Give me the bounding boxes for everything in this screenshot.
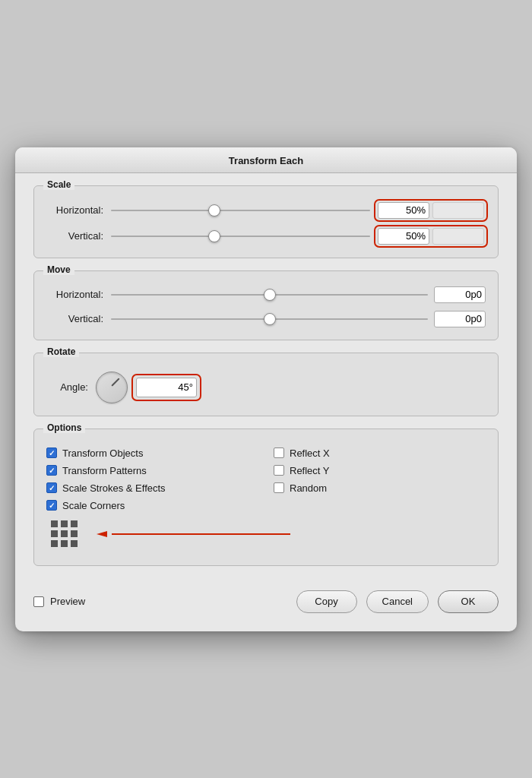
scale-horizontal-track-bar bbox=[111, 210, 370, 211]
scale-strokes-label: Scale Strokes & Effects bbox=[62, 482, 166, 494]
move-content: Horizontal: Vertical: bbox=[46, 282, 486, 327]
scale-horizontal-input[interactable] bbox=[378, 202, 429, 219]
transform-patterns-label: Transform Patterns bbox=[62, 465, 147, 476]
transform-objects-row: Transform Objects bbox=[46, 448, 258, 459]
scale-vertical-highlight bbox=[376, 227, 486, 245]
options-left-col: Transform Objects Transform Patterns Sca… bbox=[46, 448, 258, 511]
reflect-y-label: Reflect Y bbox=[290, 465, 330, 476]
transform-objects-label: Transform Objects bbox=[62, 448, 143, 459]
rotate-row: Angle: bbox=[46, 368, 486, 403]
svg-rect-1 bbox=[61, 520, 68, 527]
rotate-legend: Rotate bbox=[43, 346, 79, 357]
transform-origin-row bbox=[46, 511, 486, 553]
move-horizontal-thumb[interactable] bbox=[264, 289, 276, 301]
preview-row: Preview bbox=[33, 596, 287, 607]
cancel-button[interactable]: Cancel bbox=[366, 590, 429, 613]
bottom-bar: Preview Copy Cancel OK bbox=[15, 578, 517, 616]
scale-strokes-checkbox[interactable] bbox=[46, 482, 57, 493]
svg-rect-0 bbox=[51, 520, 58, 527]
dialog-body: Scale Horizontal: bbox=[15, 173, 517, 566]
move-section: Move Horizontal: Vertical: bbox=[33, 270, 499, 340]
scale-section: Scale Horizontal: bbox=[33, 185, 499, 258]
move-horizontal-label: Horizontal: bbox=[46, 289, 111, 300]
rotate-content: Angle: bbox=[46, 364, 486, 403]
random-checkbox[interactable] bbox=[274, 482, 284, 493]
scale-horizontal-highlight bbox=[376, 201, 486, 220]
move-horizontal-track[interactable] bbox=[111, 287, 428, 302]
svg-marker-10 bbox=[97, 531, 107, 537]
reflect-y-checkbox[interactable] bbox=[274, 465, 284, 476]
scale-horizontal-label: Horizontal: bbox=[46, 204, 111, 216]
transform-patterns-checkbox[interactable] bbox=[46, 465, 57, 476]
transform-arrow bbox=[97, 530, 483, 539]
reflect-x-label: Reflect X bbox=[290, 448, 330, 459]
scale-horizontal-thumb[interactable] bbox=[208, 204, 220, 217]
transform-origin-grid-wrap bbox=[49, 519, 78, 550]
angle-highlight bbox=[134, 376, 199, 399]
svg-rect-7 bbox=[61, 540, 68, 547]
scale-content: Horizontal: Vertical: bbox=[46, 197, 486, 245]
scale-corners-row: Scale Corners bbox=[46, 500, 258, 511]
move-vertical-row: Vertical: bbox=[46, 311, 486, 327]
transform-origin-grid[interactable] bbox=[49, 519, 78, 548]
options-grid: Transform Objects Transform Patterns Sca… bbox=[46, 444, 486, 511]
options-content: Transform Objects Transform Patterns Sca… bbox=[46, 440, 486, 553]
scale-vertical-label: Vertical: bbox=[46, 230, 111, 242]
scale-vertical-extra bbox=[432, 228, 484, 245]
scale-vertical-track[interactable] bbox=[111, 229, 370, 244]
scale-legend: Scale bbox=[43, 179, 74, 190]
options-right-col: Reflect X Reflect Y Random bbox=[274, 448, 486, 511]
reflect-y-row: Reflect Y bbox=[274, 465, 486, 476]
dialog-title: Transform Each bbox=[229, 155, 303, 166]
move-horizontal-track-bar bbox=[111, 294, 428, 296]
rotate-section: Rotate Angle: bbox=[33, 353, 499, 416]
ok-button[interactable]: OK bbox=[438, 590, 499, 613]
angle-input[interactable] bbox=[136, 378, 197, 397]
scale-horizontal-track[interactable] bbox=[111, 203, 370, 218]
move-vertical-track[interactable] bbox=[111, 312, 428, 327]
transform-arrow-svg bbox=[97, 530, 294, 539]
scale-vertical-thumb[interactable] bbox=[208, 230, 220, 242]
svg-rect-3 bbox=[51, 530, 58, 537]
transform-each-dialog: Transform Each Scale Horizontal: bbox=[15, 147, 517, 631]
move-vertical-input[interactable] bbox=[434, 311, 486, 327]
move-vertical-thumb[interactable] bbox=[264, 313, 276, 325]
title-bar: Transform Each bbox=[15, 147, 517, 173]
scale-vertical-input[interactable] bbox=[378, 228, 429, 245]
svg-rect-2 bbox=[71, 520, 78, 527]
move-horizontal-input[interactable] bbox=[434, 286, 486, 303]
move-legend: Move bbox=[43, 264, 74, 275]
scale-vertical-row: Vertical: bbox=[46, 227, 486, 245]
scale-corners-checkbox[interactable] bbox=[46, 500, 57, 511]
angle-dial[interactable] bbox=[96, 372, 128, 403]
options-section: Options Transform Objects Transform Patt… bbox=[33, 429, 499, 566]
preview-label: Preview bbox=[50, 596, 85, 607]
move-horizontal-row: Horizontal: bbox=[46, 286, 486, 303]
reflect-x-checkbox[interactable] bbox=[274, 448, 284, 458]
random-row: Random bbox=[274, 482, 486, 494]
svg-rect-4 bbox=[61, 530, 68, 537]
scale-horizontal-row: Horizontal: bbox=[46, 201, 486, 220]
options-legend: Options bbox=[43, 422, 85, 433]
transform-patterns-row: Transform Patterns bbox=[46, 465, 258, 476]
svg-rect-8 bbox=[71, 540, 78, 547]
move-vertical-label: Vertical: bbox=[46, 313, 111, 324]
angle-label: Angle: bbox=[46, 381, 96, 393]
scale-vertical-track-bar bbox=[111, 236, 370, 237]
move-vertical-track-bar bbox=[111, 318, 428, 320]
svg-rect-5 bbox=[71, 530, 78, 537]
transform-objects-checkbox[interactable] bbox=[46, 448, 57, 458]
reflect-x-row: Reflect X bbox=[274, 448, 486, 459]
random-label: Random bbox=[290, 482, 327, 494]
scale-corners-label: Scale Corners bbox=[62, 500, 125, 511]
copy-button[interactable]: Copy bbox=[296, 590, 357, 613]
svg-rect-6 bbox=[51, 540, 58, 547]
scale-horizontal-extra bbox=[432, 202, 484, 219]
scale-strokes-row: Scale Strokes & Effects bbox=[46, 482, 258, 494]
preview-checkbox[interactable] bbox=[33, 596, 44, 607]
